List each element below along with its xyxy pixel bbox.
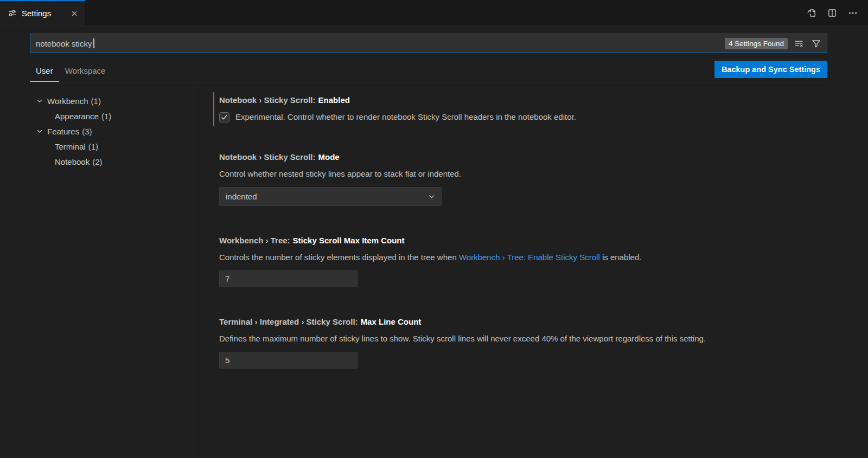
setting-description: Controls the number of sticky elements d… [219, 252, 846, 263]
chevron-down-icon[interactable] [36, 97, 43, 105]
chevron-down-icon [427, 192, 436, 201]
setting-title: Workbench › Tree:Sticky Scroll Max Item … [219, 235, 846, 246]
setting-control-row: Experimental. Control whether to render … [219, 112, 846, 122]
toc-item-workbench[interactable]: Workbench (1) [0, 93, 194, 108]
toc-label: Workbench [47, 96, 88, 106]
tab-title: Settings [22, 9, 51, 18]
scope-tab-user[interactable]: User [30, 61, 59, 82]
setting-notebook-sticky-scroll-mode: Notebook › Sticky Scroll:Mode Control wh… [213, 149, 846, 210]
settings-search-input[interactable]: notebook sticky 4 Settings Found [30, 34, 827, 53]
settings-header: notebook sticky 4 Settings Found User W [0, 26, 868, 82]
setting-title: Notebook › Sticky Scroll:Enabled [219, 95, 846, 106]
scope-tabs-row: User Workspace Backup and Sync Settings [30, 61, 827, 82]
split-editor-icon[interactable] [825, 5, 840, 21]
toc-count: (1) [91, 96, 101, 106]
setting-terminal-sticky-scroll-max-line-count: Terminal › Integrated › Sticky Scroll:Ma… [213, 314, 846, 372]
setting-category: Notebook › Sticky Scroll: [219, 95, 316, 105]
description-text: Controls the number of sticky elements d… [219, 253, 459, 262]
mode-select-dropdown[interactable]: indented [219, 187, 442, 206]
toc-count: (1) [101, 112, 111, 121]
setting-category: Terminal › Integrated › Sticky Scroll: [219, 317, 358, 326]
setting-description: Defines the maximum number of sticky lin… [219, 333, 846, 344]
toc-label: Terminal [55, 142, 86, 151]
results-count-badge: 4 Settings Found [725, 38, 788, 49]
max-line-count-input[interactable] [219, 352, 358, 369]
setting-description: Control whether nested sticky lines appe… [219, 169, 846, 179]
max-item-count-input[interactable] [219, 270, 358, 287]
enable-sticky-scroll-link[interactable]: Workbench › Tree: Enable Sticky Scroll [459, 253, 600, 262]
setting-label: Sticky Scroll Max Item Count [293, 236, 405, 245]
settings-toc: Workbench (1) Appearance (1) Features (3… [0, 82, 194, 457]
toc-count: (3) [82, 127, 92, 136]
setting-label: Mode [318, 152, 340, 162]
more-actions-icon[interactable] [845, 5, 860, 21]
editor-tab-bar: Settings [0, 0, 868, 26]
setting-title: Notebook › Sticky Scroll:Mode [219, 152, 846, 163]
settings-sliders-icon [8, 9, 17, 18]
setting-title: Terminal › Integrated › Sticky Scroll:Ma… [219, 317, 846, 327]
setting-label: Max Line Count [361, 317, 422, 326]
chevron-down-icon[interactable] [36, 127, 43, 135]
setting-notebook-sticky-scroll-enabled: Notebook › Sticky Scroll:Enabled Experim… [213, 92, 846, 126]
toc-label: Appearance [55, 112, 99, 121]
toc-label: Notebook [55, 157, 90, 166]
backup-and-sync-settings-button[interactable]: Backup and Sync Settings [714, 61, 827, 78]
settings-body: Workbench (1) Appearance (1) Features (3… [0, 82, 868, 457]
setting-category: Workbench › Tree: [219, 236, 290, 245]
clear-search-icon[interactable] [792, 37, 805, 50]
search-query-text: notebook sticky [36, 39, 92, 48]
scope-tab-workspace[interactable]: Workspace [59, 61, 112, 82]
enabled-checkbox[interactable] [219, 112, 229, 122]
open-settings-json-icon[interactable] [804, 5, 819, 21]
description-text: is enabled. [600, 253, 642, 262]
toc-item-terminal[interactable]: Terminal (1) [0, 139, 194, 154]
setting-category: Notebook › Sticky Scroll: [219, 152, 316, 162]
tab-close-icon[interactable] [69, 8, 80, 19]
setting-tree-sticky-scroll-max-item-count: Workbench › Tree:Sticky Scroll Max Item … [213, 233, 846, 291]
settings-list: Notebook › Sticky Scroll:Enabled Experim… [194, 82, 868, 457]
search-controls: 4 Settings Found [725, 37, 822, 50]
toc-item-features[interactable]: Features (3) [0, 124, 194, 139]
toc-count: (1) [88, 142, 98, 151]
toc-label: Features [47, 127, 79, 136]
tab-settings[interactable]: Settings [0, 0, 86, 25]
setting-label: Enabled [318, 95, 350, 105]
toc-item-notebook[interactable]: Notebook (2) [0, 154, 194, 169]
toc-count: (2) [92, 157, 102, 166]
filter-icon[interactable] [809, 37, 822, 50]
editor-actions [804, 0, 868, 25]
toc-item-appearance[interactable]: Appearance (1) [0, 108, 194, 124]
select-value: indented [226, 192, 257, 201]
text-caret [93, 38, 94, 48]
setting-description: Experimental. Control whether to render … [235, 112, 576, 122]
